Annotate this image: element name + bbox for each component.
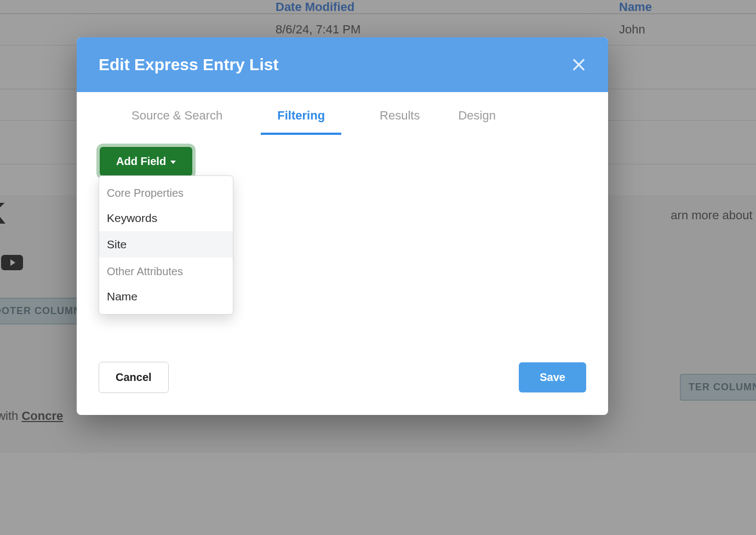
add-field-label: Add Field [116, 155, 166, 168]
dropdown-item-site[interactable]: Site [99, 231, 233, 258]
add-field-button[interactable]: Add Field [100, 147, 192, 176]
add-field-dropdown: Core Properties Keywords Site Other Attr… [99, 175, 233, 315]
save-button[interactable]: Save [519, 362, 586, 392]
cancel-button[interactable]: Cancel [99, 362, 169, 393]
dialog-footer: Cancel Save [77, 349, 608, 415]
dropdown-group-core: Core Properties [99, 179, 233, 205]
dialog-header: Edit Express Entry List [77, 37, 608, 92]
tab-filtering[interactable]: Filtering [261, 109, 341, 135]
caret-down-icon [170, 161, 176, 164]
close-icon[interactable] [571, 57, 586, 72]
dialog-title: Edit Express Entry List [99, 55, 278, 74]
dropdown-group-other: Other Attributes [99, 258, 233, 283]
tab-results[interactable]: Results [380, 109, 420, 135]
dropdown-item-name[interactable]: Name [99, 283, 233, 310]
edit-express-entry-list-dialog: Edit Express Entry List Source & Search … [77, 37, 608, 415]
dialog-body: Add Field Core Properties Keywords Site … [77, 135, 608, 349]
tab-design[interactable]: Design [458, 109, 495, 135]
dropdown-item-keywords[interactable]: Keywords [99, 205, 233, 231]
dialog-tabs: Source & Search Filtering Results Design [77, 92, 608, 135]
tab-source-search[interactable]: Source & Search [131, 109, 222, 135]
